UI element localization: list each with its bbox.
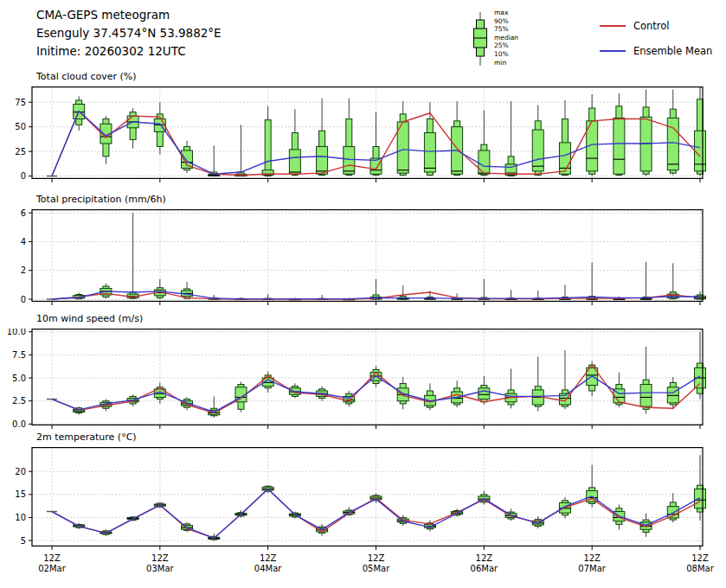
- svg-text:12Z: 12Z: [151, 553, 169, 563]
- svg-text:12Z: 12Z: [43, 553, 61, 563]
- line-legend: Control Ensemble Mean: [600, 19, 712, 69]
- svg-text:6: 6: [21, 209, 26, 218]
- control-legend-item: Control: [600, 19, 712, 33]
- svg-text:0: 0: [21, 295, 26, 304]
- cloud-cover-panel-title: Total cloud cover (%): [36, 71, 137, 82]
- box-whisker-legend: max 90% 75% median 25% 10% min: [472, 9, 518, 69]
- legend-p90-label: 90%: [494, 17, 518, 26]
- wind-speed-panel-title: 10m wind speed (m/s): [36, 313, 143, 324]
- svg-text:2.5: 2.5: [12, 396, 26, 406]
- location-label: Esenguly 37.4574°N 53.9882°E: [36, 24, 222, 42]
- wind-speed-chart: 0.02.55.07.510.0: [0, 329, 726, 435]
- svg-text:02Mar: 02Mar: [38, 564, 66, 573]
- ensemble-mean-legend-item: Ensemble Mean: [600, 44, 712, 58]
- svg-text:5: 5: [21, 536, 26, 546]
- meteogram-header: CMA-GEPS meteogram Esenguly 37.4574°N 53…: [36, 6, 222, 61]
- svg-text:25: 25: [15, 147, 26, 157]
- svg-text:5.0: 5.0: [12, 374, 26, 383]
- svg-text:4: 4: [21, 237, 26, 246]
- svg-text:7.5: 7.5: [12, 350, 26, 360]
- svg-text:12Z: 12Z: [583, 553, 601, 563]
- legend-max-label: max: [494, 9, 518, 17]
- svg-text:06Mar: 06Mar: [471, 564, 498, 573]
- svg-text:0.0: 0.0: [12, 419, 26, 429]
- svg-text:50: 50: [15, 122, 26, 131]
- legend-p10-label: 10%: [494, 50, 518, 59]
- precipitation-panel-title: Total precipitation (mm/6h): [36, 194, 166, 205]
- svg-text:75: 75: [15, 98, 26, 107]
- temperature-chart: 510152012Z02Mar12Z03Mar12Z04Mar12Z05Mar1…: [0, 447, 726, 585]
- svg-text:2: 2: [21, 265, 26, 275]
- legend-median-label: median: [494, 34, 518, 42]
- svg-text:12Z: 12Z: [260, 553, 277, 563]
- page-title: CMA-GEPS meteogram: [36, 6, 222, 24]
- svg-text:0: 0: [21, 171, 26, 181]
- inittime-label: Initime: 20260302 12UTC: [36, 42, 222, 61]
- svg-text:05Mar: 05Mar: [363, 564, 390, 573]
- legend-p25-label: 25%: [494, 42, 518, 50]
- temperature-panel-title: 2m temperature (°C): [36, 431, 137, 443]
- control-line-swatch-icon: [600, 25, 626, 27]
- svg-text:04Mar: 04Mar: [254, 564, 282, 573]
- svg-text:10.0: 10.0: [7, 329, 26, 336]
- legend-min-label: min: [494, 59, 518, 67]
- svg-text:03Mar: 03Mar: [146, 564, 174, 573]
- svg-text:12Z: 12Z: [368, 553, 385, 563]
- svg-text:07Mar: 07Mar: [578, 564, 606, 573]
- svg-text:12Z: 12Z: [691, 553, 709, 563]
- svg-text:10: 10: [15, 513, 26, 522]
- svg-text:12Z: 12Z: [476, 553, 493, 563]
- legend-p75-label: 75%: [494, 25, 518, 34]
- svg-text:15: 15: [15, 489, 26, 499]
- box-legend-labels: max 90% 75% median 25% 10% min: [494, 9, 518, 67]
- control-legend-label: Control: [633, 20, 670, 32]
- svg-text:08Mar: 08Mar: [686, 564, 714, 573]
- box-whisker-glyph-icon: [472, 9, 491, 69]
- ensemble-mean-legend-label: Ensemble Mean: [633, 45, 712, 57]
- precipitation-chart: 0246: [0, 209, 726, 311]
- ensemble-mean-line-swatch-icon: [600, 50, 626, 52]
- cloud-cover-chart: 0255075: [0, 86, 726, 189]
- svg-text:20: 20: [15, 467, 26, 476]
